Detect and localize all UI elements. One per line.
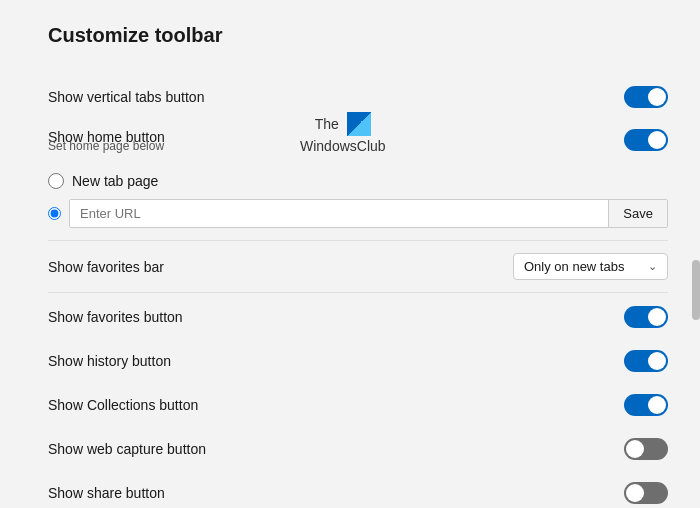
url-input-wrapper: Save [69,199,668,228]
save-button[interactable]: Save [608,200,667,227]
scrollbar[interactable] [692,260,700,320]
watermark-row: The [315,112,371,136]
share-button-toggle[interactable] [624,482,668,504]
favorites-bar-label: Show favorites bar [48,259,164,275]
favorites-bar-dropdown[interactable]: Only on new tabs ⌄ [513,253,668,280]
share-button-label: Show share button [48,485,165,501]
web-capture-toggle[interactable] [624,438,668,460]
favorites-button-label: Show favorites button [48,309,183,325]
chevron-down-icon: ⌄ [648,260,657,273]
divider-2 [48,292,668,293]
home-button-section: Show home button Set home page below The… [48,119,668,232]
history-button-toggle[interactable] [624,350,668,372]
favorites-button-toggle[interactable] [624,306,668,328]
collections-button-row: Show Collections button [48,383,668,427]
history-button-label: Show history button [48,353,171,369]
url-input[interactable] [70,200,608,227]
new-tab-radio-row: New tab page [48,167,668,195]
new-tab-radio[interactable] [48,173,64,189]
favorites-button-row: Show favorites button [48,295,668,339]
collections-button-toggle[interactable] [624,394,668,416]
settings-container: Customize toolbar Show vertical tabs but… [0,0,700,508]
windows-club-icon [347,112,371,136]
share-button-slider [624,482,668,504]
watermark: The WindowsClub [300,112,386,157]
collections-button-label: Show Collections button [48,397,198,413]
web-capture-label: Show web capture button [48,441,206,457]
web-capture-row: Show web capture button [48,427,668,471]
favorites-bar-row: Show favorites bar Only on new tabs ⌄ [48,243,668,290]
url-radio-row: Save [48,195,668,232]
home-button-slider [624,129,668,151]
history-button-row: Show history button [48,339,668,383]
share-button-row: Show share button [48,471,668,508]
dropdown-value: Only on new tabs [524,259,624,274]
history-button-slider [624,350,668,372]
collections-button-slider [624,394,668,416]
favorites-button-slider [624,306,668,328]
web-capture-slider [624,438,668,460]
home-button-toggle[interactable] [624,129,668,151]
watermark-line1: The [315,114,339,135]
url-radio[interactable] [48,207,61,220]
vertical-tabs-toggle[interactable] [624,86,668,108]
divider-1 [48,240,668,241]
vertical-tabs-slider [624,86,668,108]
new-tab-radio-label[interactable]: New tab page [72,173,158,189]
watermark-line2: WindowsClub [300,136,386,157]
page-title: Customize toolbar [48,24,668,47]
vertical-tabs-label: Show vertical tabs button [48,89,204,105]
